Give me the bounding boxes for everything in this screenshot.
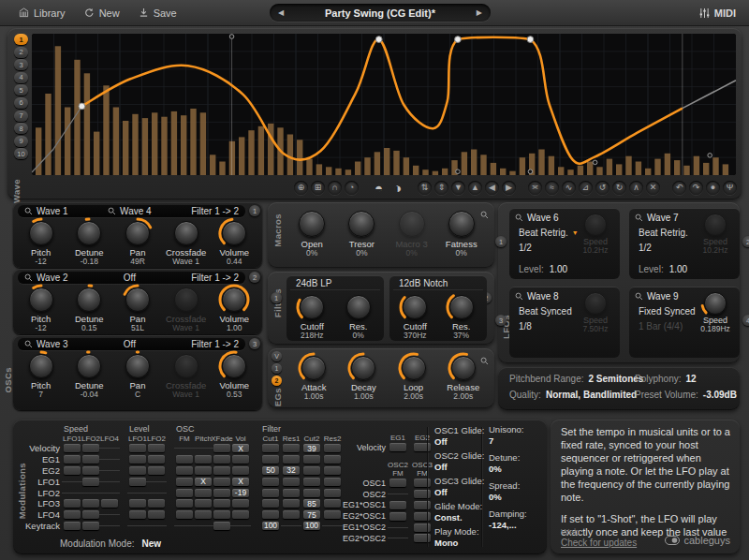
check-updates-link[interactable]: Check for updates [561, 538, 637, 548]
mod-cell-button[interactable] [262, 489, 279, 497]
mod-cell-button[interactable] [129, 466, 146, 475]
lfo-speed-knob[interactable] [704, 214, 727, 236]
setting-value[interactable]: Normal, Bandlimited [546, 390, 637, 400]
record-icon[interactable]: ● [706, 181, 720, 195]
mod-cell-button[interactable] [176, 455, 193, 464]
wave-tab-7[interactable]: 7 [14, 111, 28, 122]
eg-tab-1[interactable]: 1 [272, 363, 282, 374]
osc-wave-a-selector[interactable]: Wave 2 [37, 273, 68, 283]
magnet-icon[interactable]: ∩ [328, 181, 342, 195]
mod-cell-button[interactable] [262, 478, 279, 486]
mod-cell-button[interactable] [148, 455, 165, 464]
mod-cell-button[interactable] [82, 466, 99, 475]
mod-cell-button[interactable] [64, 466, 81, 475]
mod-cell-button[interactable] [232, 499, 249, 508]
midi-button[interactable]: MIDI [699, 0, 736, 25]
mic-icon[interactable]: Ψ [723, 181, 737, 195]
mod-cell-button[interactable] [101, 499, 118, 508]
wave-tab-4[interactable]: 4 [14, 72, 28, 83]
curve-marker[interactable] [229, 35, 234, 39]
mod-cell-value[interactable]: 39 [303, 444, 320, 452]
mod-cell-button[interactable] [82, 444, 99, 452]
osc-wave-b-selector[interactable]: Off [124, 273, 136, 283]
mod-cell-button[interactable] [148, 444, 165, 452]
curve-node[interactable] [527, 37, 534, 43]
mod-cell-button[interactable] [303, 455, 320, 464]
filter-2-type[interactable]: 12dB Notch [393, 278, 483, 290]
grid-snap-icon[interactable]: ⊞ [311, 181, 325, 195]
eg-tab-v[interactable]: V [272, 351, 282, 361]
modulation-mode-value[interactable]: New [142, 538, 162, 549]
mod-cell-button[interactable] [176, 478, 193, 486]
param-value[interactable]: 0% [489, 492, 545, 502]
mod-cell-button[interactable] [283, 510, 300, 519]
phase-icon[interactable]: ◔ [345, 181, 359, 195]
rotate-right-icon[interactable]: ↻ [612, 181, 626, 195]
param-value[interactable]: Off [434, 487, 479, 497]
osc-filter-route[interactable]: Filter 1 -> 2 [191, 206, 239, 216]
lfo-wave-name[interactable]: Wave 6 [527, 213, 559, 223]
mod-cell-button[interactable] [232, 466, 249, 475]
mod-cell-button[interactable] [176, 489, 193, 497]
wave-tab-9[interactable]: 9 [14, 136, 28, 147]
mod-cell-button[interactable] [195, 489, 212, 497]
mod-cell-button[interactable] [213, 478, 230, 486]
param-value[interactable]: -124,... [489, 520, 545, 530]
mod-cell-button[interactable] [82, 455, 99, 464]
mod-cell-button[interactable] [232, 455, 249, 464]
mod-cell-button[interactable] [414, 479, 431, 487]
lfo-wave-name[interactable]: Wave 9 [647, 291, 679, 302]
mod-cell-button[interactable] [176, 499, 193, 508]
mod-cell-button[interactable] [283, 444, 300, 452]
param-value[interactable]: Off [434, 436, 479, 447]
lfo-rate-value[interactable]: 1/8 [519, 321, 532, 332]
mod-cell-value[interactable]: 85 [303, 499, 320, 508]
mod-cell-button[interactable] [414, 443, 431, 451]
mod-cell-button[interactable] [195, 466, 212, 475]
setting-value[interactable]: 12 [685, 374, 696, 384]
mod-cell-button[interactable] [64, 522, 81, 530]
mod-cell-button[interactable] [303, 466, 320, 475]
osc-wave-a-selector[interactable]: Wave 1 [37, 206, 68, 216]
osc-filter-route[interactable]: Filter 1 -> 2 [191, 339, 239, 349]
mod-cell-button[interactable] [129, 499, 146, 508]
knob-crossfade-dial[interactable] [174, 354, 198, 378]
param-value[interactable]: Const. [434, 512, 479, 523]
curve-marker[interactable] [708, 154, 712, 158]
mod-cell-button[interactable] [82, 499, 99, 508]
mod-cell-button[interactable] [213, 510, 230, 519]
mod-cell-button[interactable] [283, 489, 300, 497]
new-button[interactable]: New [84, 7, 120, 19]
osc-wave-b-selector[interactable]: Off [124, 339, 136, 349]
lfo-level-value[interactable]: 1.00 [550, 264, 567, 274]
undo-icon[interactable]: ↶ [672, 181, 686, 195]
lfo-speed-knob[interactable] [584, 214, 607, 236]
lfo-wave-name[interactable]: Wave 8 [527, 291, 559, 302]
mod-cell-button[interactable] [82, 510, 99, 519]
lfo-rate-value[interactable]: 1 Bar (4/4) [639, 321, 683, 332]
curve-marker[interactable] [593, 160, 597, 165]
mod-cell-button[interactable] [389, 512, 406, 521]
draw-vertical-icon[interactable]: ◑ [389, 180, 405, 196]
lfo-speed-knob[interactable] [584, 292, 607, 315]
mod-cell-button[interactable] [64, 455, 81, 464]
mod-cell-button[interactable] [64, 444, 81, 452]
mod-cell-button[interactable] [129, 478, 146, 486]
knob-macro-3-dial[interactable] [399, 211, 425, 237]
shift-right-icon[interactable]: ▶ [502, 181, 516, 195]
smooth-icon[interactable]: ∿ [562, 181, 576, 195]
mod-cell-button[interactable] [176, 466, 193, 475]
wave-tab-1[interactable]: 1 [14, 34, 28, 45]
mod-cell-button[interactable] [176, 510, 193, 519]
setting-value[interactable]: -3.09dB [703, 390, 737, 400]
mod-cell-button[interactable] [148, 510, 165, 519]
mod-cell-button[interactable] [213, 499, 230, 508]
param-value[interactable]: Mono [434, 538, 479, 548]
mod-cell-button[interactable] [262, 510, 279, 519]
zoom-tool-icon[interactable]: ⊕ [294, 181, 308, 195]
osc-filter-route[interactable]: Filter 1 -> 2 [191, 273, 239, 283]
library-button[interactable]: Library [19, 7, 66, 19]
wave-tab-3[interactable]: 3 [14, 59, 28, 70]
curve-marker[interactable] [528, 169, 533, 174]
mod-cell-value[interactable]: 75 [303, 510, 320, 519]
